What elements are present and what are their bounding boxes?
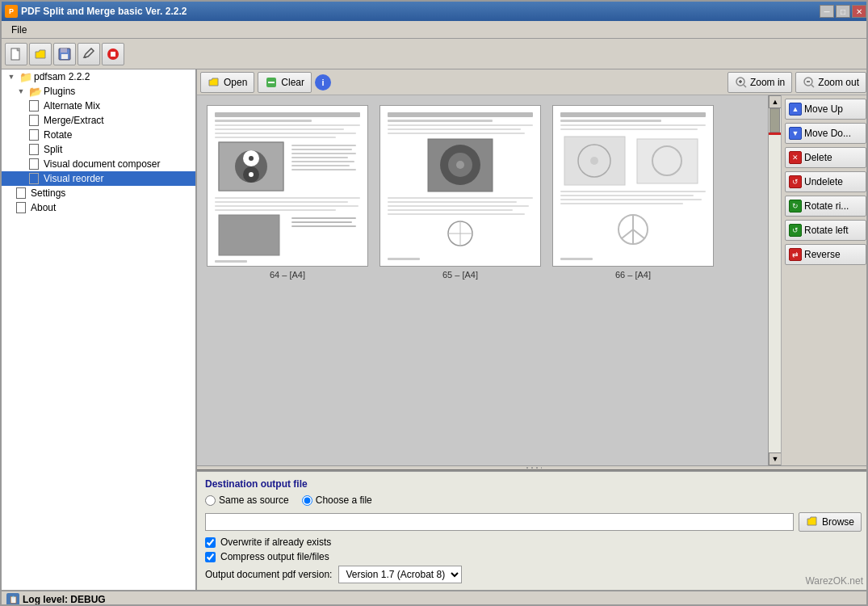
sidebar-item-settings[interactable]: Settings (2, 186, 195, 200)
output-file-input[interactable] (205, 513, 794, 531)
svg-point-71 (590, 157, 598, 165)
svg-rect-34 (291, 165, 350, 166)
toolbar-run-button[interactable] (102, 43, 124, 65)
open-icon (208, 76, 220, 89)
sidebar-item-visual-composer[interactable]: Visual document composer (2, 157, 195, 171)
page-image-65 (379, 105, 541, 267)
svg-rect-38 (215, 205, 359, 207)
scroll-up-btn[interactable]: ▲ (769, 95, 781, 108)
svg-rect-48 (388, 124, 533, 126)
delete-icon: ✕ (789, 151, 802, 164)
toolbar-new-button[interactable] (5, 43, 27, 65)
toolbar-save-button[interactable] (53, 43, 76, 65)
toolbar-open-button[interactable] (29, 43, 52, 65)
zoom-out-button[interactable]: Zoom out (795, 72, 866, 93)
radio-same-source[interactable]: Same as source (205, 494, 289, 506)
scroll-down-btn[interactable]: ▼ (769, 452, 781, 465)
sidebar-item-about[interactable]: About (2, 200, 195, 215)
open-button[interactable]: Open (200, 72, 254, 93)
svg-rect-46 (388, 112, 533, 117)
page-thumb-65[interactable]: 65 – [A4] (378, 103, 543, 281)
page-image-66 (552, 105, 714, 267)
sidebar-item-alternate-mix[interactable]: Alternate Mix (2, 99, 195, 113)
clear-button[interactable]: Clear (258, 72, 312, 93)
move-up-button[interactable]: ▲ Move Up (785, 99, 866, 120)
move-up-icon: ▲ (789, 103, 802, 116)
sidebar-item-visual-reorder[interactable]: Visual reorder (2, 171, 195, 186)
svg-rect-65 (560, 112, 706, 117)
file-icon (15, 187, 27, 200)
file-icon (27, 143, 40, 156)
sidebar-item-pdfsam[interactable]: ▼ 📁 pdfsam 2.2.2 (2, 69, 195, 84)
radio-choose-input[interactable] (302, 495, 312, 506)
browse-button[interactable]: Browse (799, 512, 862, 532)
svg-point-28 (249, 172, 254, 177)
scroll-thumb[interactable] (769, 108, 780, 133)
file-icon (27, 158, 40, 170)
rotate-right-button[interactable]: ↻ Rotate ri... (785, 196, 866, 217)
file-icon (27, 114, 40, 127)
overwrite-row: Overwrite if already exists (205, 537, 862, 548)
svg-rect-29 (291, 145, 356, 146)
watermark-text: WarezOK.net (805, 575, 863, 587)
log-header: 📋 Log level: DEBUG (2, 590, 868, 606)
sidebar-item-split[interactable]: Split (2, 142, 195, 157)
radio-same-input[interactable] (205, 495, 216, 506)
svg-rect-76 (560, 199, 702, 200)
window-title: PDF Split and Merge basic Ver. 2.2.2 (21, 6, 187, 17)
page-thumb-64[interactable]: 64 – [A4] (205, 103, 370, 281)
svg-rect-37 (215, 201, 348, 203)
info-button[interactable]: i (315, 74, 331, 90)
app-icon: P (5, 5, 18, 18)
compress-checkbox[interactable] (205, 552, 216, 562)
window-controls[interactable]: ─ □ ✕ (820, 5, 866, 18)
page-thumb-66[interactable]: 66 – [A4] (551, 103, 715, 281)
sidebar-item-rotate[interactable]: Rotate (2, 128, 195, 142)
overwrite-label[interactable]: Overwrite if already exists (220, 537, 331, 548)
page-list[interactable]: 64 – [A4] (197, 95, 781, 465)
action-panel: ▲ Move Up ▼ Move Do... ✕ Delete ↺ Undele… (781, 95, 868, 465)
file-icon (27, 128, 40, 141)
rotate-left-button[interactable]: ↺ Rotate left (785, 220, 866, 241)
maximize-button[interactable]: □ (836, 5, 850, 18)
compress-label[interactable]: Compress output file/files (220, 551, 329, 562)
radio-choose-file[interactable]: Choose a file (302, 494, 372, 506)
overwrite-checkbox[interactable] (205, 537, 216, 548)
svg-rect-75 (560, 195, 694, 196)
svg-line-11 (744, 85, 746, 87)
pdf-version-row: Output document pdf version: Version 1.2… (205, 566, 862, 583)
page-label-65: 65 – [A4] (442, 270, 478, 280)
svg-rect-56 (388, 201, 517, 203)
svg-rect-40 (219, 215, 279, 255)
move-down-icon: ▼ (789, 127, 802, 140)
move-down-button[interactable]: ▼ Move Do... (785, 123, 866, 144)
log-icon: 📋 (6, 593, 19, 606)
delete-button[interactable]: ✕ Delete (785, 147, 866, 168)
minimize-button[interactable]: ─ (820, 5, 834, 18)
svg-point-54 (456, 161, 464, 169)
main-toolbar (2, 39, 868, 69)
menu-file[interactable]: File (5, 23, 33, 37)
zoom-toolbar: Zoom in Zoom out (728, 72, 866, 93)
reverse-button[interactable]: ⇄ Reverse (785, 244, 866, 265)
preview-scrollbar[interactable]: ▲ ▼ (768, 95, 781, 465)
undelete-button[interactable]: ↺ Undelete (785, 171, 866, 192)
svg-rect-3 (61, 54, 68, 59)
svg-rect-42 (291, 221, 352, 223)
log-level-label: Log level: DEBUG (23, 594, 106, 605)
svg-rect-20 (215, 133, 356, 134)
close-button[interactable]: ✕ (852, 5, 866, 18)
svg-rect-58 (388, 209, 513, 211)
svg-rect-17 (215, 120, 312, 122)
zoom-in-button[interactable]: Zoom in (728, 72, 792, 93)
svg-rect-57 (388, 205, 529, 207)
radio-group: Same as source Choose a file (205, 494, 862, 506)
rotate-right-icon: ↻ (789, 200, 802, 213)
pdf-version-label: Output document pdf version: (205, 569, 332, 580)
svg-rect-6 (111, 52, 115, 57)
toolbar-edit-button[interactable] (78, 43, 100, 65)
sidebar-item-merge[interactable]: Merge/Extract (2, 113, 195, 128)
sidebar-item-plugins[interactable]: ▼ 📂 Plugins (2, 84, 195, 99)
svg-rect-59 (388, 213, 525, 215)
pdf-version-select[interactable]: Version 1.2 (Acrobat 3) Version 1.3 (Acr… (338, 566, 462, 583)
